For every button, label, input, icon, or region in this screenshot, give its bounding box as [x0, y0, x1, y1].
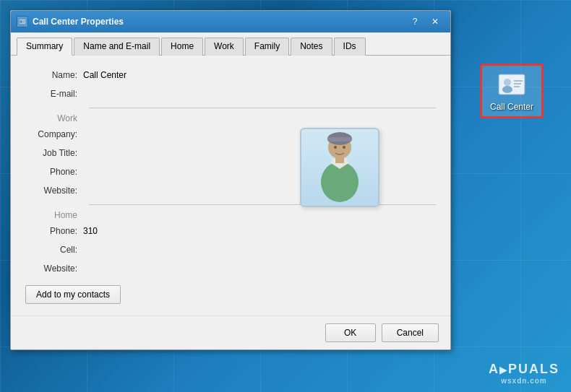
home-phone-row: Phone: 310 [25, 223, 436, 239]
email-label: E-mail: [25, 89, 83, 99]
home-phone-value: 310 [83, 226, 98, 236]
desktop: Call Center A▶PUALS wsxdn.com Call Cente… [0, 0, 571, 392]
home-website-label: Website: [25, 263, 83, 274]
work-phone-label: Phone: [25, 167, 83, 177]
svg-rect-12 [327, 137, 352, 141]
home-cell-label: Cell: [25, 245, 83, 255]
svg-point-2 [502, 86, 512, 93]
desktop-icon-label: Call Center [490, 102, 533, 112]
name-row: Name: Call Center [25, 67, 436, 83]
add-to-contacts-button[interactable]: Add to my contacts [25, 285, 121, 304]
watermark-url: wsxdn.com [489, 377, 559, 385]
avatar-container [300, 128, 379, 207]
title-bar-controls: ? ✕ [405, 14, 445, 29]
dialog-footer: OK Cancel [11, 315, 450, 349]
name-label: Name: [25, 70, 83, 80]
work-header: Work [25, 113, 83, 123]
callcenter-icon [497, 70, 526, 99]
desktop-icon-callcenter[interactable]: Call Center [480, 64, 544, 118]
svg-rect-16 [335, 157, 344, 163]
tab-family[interactable]: Family [245, 38, 289, 56]
tab-bar: Summary Name and E-mail Home Work Family… [11, 32, 450, 56]
tab-summary[interactable]: Summary [17, 38, 72, 56]
cancel-button[interactable]: Cancel [382, 323, 439, 342]
work-website-label: Website: [25, 186, 83, 196]
avatar-box [300, 128, 379, 207]
title-bar-text: Call Center Properties [33, 17, 405, 27]
svg-point-1 [504, 79, 511, 86]
divider-1 [89, 108, 436, 108]
title-bar: Call Center Properties ? ✕ [11, 11, 450, 32]
tab-name-email[interactable]: Name and E-mail [74, 38, 160, 56]
dialog-content: Name: Call Center E-mail: Work Company: [11, 56, 450, 315]
home-header: Home [25, 210, 83, 220]
ok-button[interactable]: OK [325, 323, 376, 342]
svg-point-14 [343, 146, 345, 149]
company-label: Company: [25, 129, 83, 139]
person-avatar [311, 131, 369, 204]
home-phone-label: Phone: [25, 226, 83, 236]
svg-point-13 [334, 146, 337, 149]
close-button[interactable]: ✕ [426, 14, 445, 29]
home-website-row: Website: [25, 261, 436, 276]
watermark: A▶PUALS wsxdn.com [489, 362, 559, 385]
title-bar-icon [17, 16, 28, 27]
tab-work[interactable]: Work [205, 38, 244, 56]
home-section: Home Phone: 310 Cell: Website: [25, 209, 436, 276]
divider-2 [89, 204, 436, 205]
watermark-text: A▶PUALS [489, 362, 559, 377]
email-row: E-mail: [25, 86, 436, 102]
job-title-label: Job Title: [25, 148, 83, 158]
tab-ids[interactable]: IDs [334, 38, 366, 56]
tab-home[interactable]: Home [161, 38, 203, 56]
name-section: Name: Call Center E-mail: [25, 67, 436, 102]
dialog-callcenter-properties: Call Center Properties ? ✕ Summary Name … [10, 10, 451, 350]
tab-notes[interactable]: Notes [291, 38, 332, 56]
help-button[interactable]: ? [405, 14, 424, 29]
svg-point-7 [20, 20, 22, 23]
home-cell-row: Cell: [25, 242, 436, 258]
name-value: Call Center [83, 70, 126, 80]
svg-rect-0 [499, 74, 525, 95]
